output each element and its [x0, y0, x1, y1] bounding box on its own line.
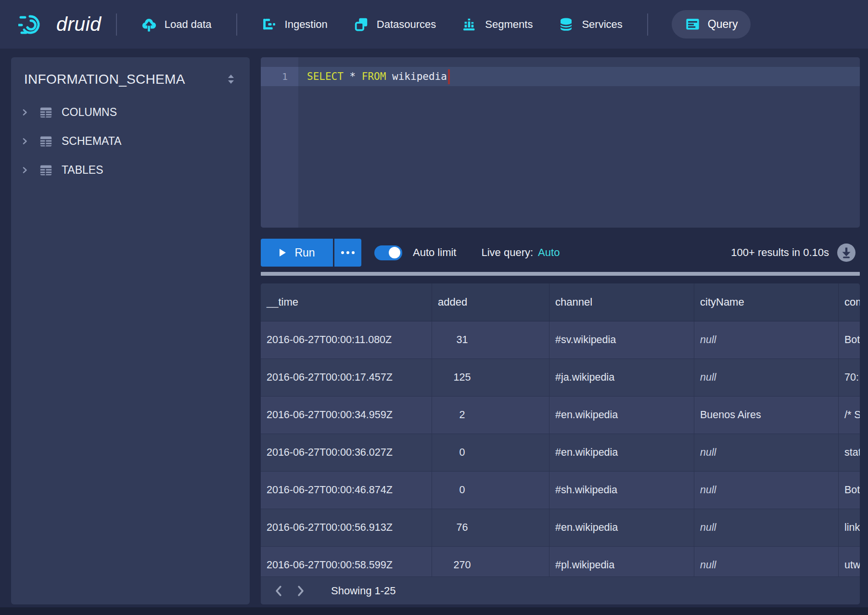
results-body: 2016-06-27T00:00:11.080Z 31 #sv.wikipedi… [261, 321, 860, 584]
cell-time[interactable]: 2016-06-27T00:00:46.874Z [261, 472, 432, 509]
schema-explorer-panel: INFORMATION_SCHEMA [11, 57, 250, 604]
cell-cityname[interactable]: null [694, 472, 839, 509]
cell-added[interactable]: 2 [432, 397, 549, 434]
navbar-divider [236, 13, 237, 36]
cell-time[interactable]: 2016-06-27T00:00:17.457Z [261, 359, 432, 396]
schema-title: INFORMATION_SCHEMA [24, 72, 185, 87]
table-row: 2016-06-27T00:00:34.959Z 2 #en.wikipedia… [261, 397, 860, 434]
double-caret-vertical-icon[interactable] [227, 74, 235, 85]
cell-time[interactable]: 2016-06-27T00:00:56.913Z [261, 509, 432, 546]
auto-limit-label: Auto limit [413, 246, 456, 259]
chevron-right-icon[interactable] [290, 580, 312, 602]
cell-time[interactable]: 2016-06-27T00:00:11.080Z [261, 321, 432, 359]
cell-comment[interactable]: Bot [839, 321, 860, 359]
cell-cityname[interactable]: null [694, 434, 839, 471]
cell-channel[interactable]: #en.wikipedia [549, 434, 694, 471]
run-button[interactable]: Run [261, 239, 333, 267]
pagination-status: Showing 1-25 [331, 585, 396, 597]
cell-comment[interactable]: link [839, 509, 860, 546]
nav-item-label: Ingestion [285, 18, 328, 31]
nav-item-segments[interactable]: Segments [449, 0, 546, 49]
nav-item-ingestion[interactable]: Ingestion [249, 0, 341, 49]
cell-channel[interactable]: #sh.wikipedia [549, 472, 694, 509]
cell-channel[interactable]: #ja.wikipedia [549, 359, 694, 396]
sql-editor[interactable]: 1 SELECT * FROM wikipedia [261, 57, 860, 228]
cell-cityname[interactable]: null [694, 321, 839, 359]
column-header-channel[interactable]: channel [549, 283, 694, 321]
table-row: 2016-06-27T00:00:11.080Z 31 #sv.wikipedi… [261, 321, 860, 359]
layers-icon [354, 17, 369, 32]
auto-limit-toggle[interactable] [374, 245, 402, 260]
table-row: 2016-06-27T00:00:56.913Z 76 #en.wikipedi… [261, 509, 860, 547]
nav-item-label: Load data [165, 18, 212, 31]
nav-item-datasources[interactable]: Datasources [341, 0, 449, 49]
run-more-button[interactable] [334, 239, 361, 267]
sql-keyword: SELECT [307, 71, 344, 82]
cell-channel[interactable]: #en.wikipedia [549, 397, 694, 434]
console-icon [685, 16, 701, 32]
bottom-strip [0, 607, 868, 615]
text-cursor [448, 69, 450, 84]
column-header-comment[interactable]: comment [839, 283, 860, 321]
results-header-row: __time added channel cityName comment [261, 283, 860, 321]
column-header-added[interactable]: added [432, 283, 549, 321]
sidebar-item-label: TABLES [62, 164, 103, 177]
cell-added[interactable]: 0 [432, 434, 549, 471]
column-header-time[interactable]: __time [261, 283, 432, 321]
sql-keyword: FROM [362, 71, 386, 82]
cell-time[interactable]: 2016-06-27T00:00:36.027Z [261, 434, 432, 471]
sql-star: * [350, 71, 356, 82]
run-button-label: Run [294, 246, 315, 259]
chevron-right-icon [21, 137, 29, 145]
sidebar-item-schemata[interactable]: SCHEMATA [11, 127, 250, 155]
cell-added[interactable]: 125 [432, 359, 549, 396]
chevron-right-icon [21, 108, 29, 116]
table-row: 2016-06-27T00:00:17.457Z 125 #ja.wikiped… [261, 359, 860, 397]
schema-explorer-header: INFORMATION_SCHEMA [11, 57, 250, 87]
cell-channel[interactable]: #en.wikipedia [549, 509, 694, 546]
cell-cityname[interactable]: null [694, 509, 839, 546]
sidebar-item-tables[interactable]: TABLES [11, 155, 250, 184]
cell-cityname[interactable]: null [694, 359, 839, 396]
run-toolbar: Run Auto limit Live query: Auto 100+ res… [261, 239, 860, 267]
nav-item-label: Datasources [377, 18, 436, 31]
line-number: 1 [261, 67, 298, 86]
nav-item-query-active[interactable]: Query [672, 10, 751, 38]
sidebar-item-columns[interactable]: COLUMNS [11, 98, 250, 127]
cell-time[interactable]: 2016-06-27T00:00:34.959Z [261, 397, 432, 434]
sidebar-item-label: SCHEMATA [62, 135, 121, 148]
nav-item-load-data[interactable]: Load data [128, 0, 225, 49]
brand-name: druid [56, 13, 104, 36]
cloud-upload-icon [141, 17, 156, 32]
cell-channel[interactable]: #sv.wikipedia [549, 321, 694, 359]
cell-added[interactable]: 76 [432, 509, 549, 546]
panel-resize-handle[interactable] [261, 272, 860, 276]
cell-comment[interactable]: stat [839, 434, 860, 471]
table-icon [38, 134, 53, 149]
more-dots-icon [341, 251, 355, 254]
table-icon [38, 163, 53, 178]
cell-comment[interactable]: /* S [839, 397, 860, 434]
cell-comment[interactable]: 70: [839, 359, 859, 396]
toggle-knob [389, 247, 400, 258]
cell-cityname[interactable]: Buenos Aires [694, 397, 839, 434]
nav-item-services[interactable]: Services [546, 0, 635, 49]
live-query-label: Live query: [481, 246, 533, 259]
nav-item-label: Query [708, 18, 738, 31]
live-query-value[interactable]: Auto [538, 246, 560, 259]
sql-code-line[interactable]: SELECT * FROM wikipedia [298, 67, 860, 86]
sql-table-ref: wikipedia [392, 71, 447, 82]
cell-comment[interactable]: Bot [839, 472, 860, 509]
nav-item-label: Segments [485, 18, 533, 31]
table-icon [38, 105, 53, 120]
druid-logo[interactable]: druid [18, 13, 104, 36]
chevron-left-icon[interactable] [268, 580, 290, 602]
cell-added[interactable]: 31 [432, 321, 549, 359]
main-content: INFORMATION_SCHEMA [11, 57, 860, 604]
cell-added[interactable]: 0 [432, 472, 549, 509]
pagination-bar: Showing 1-25 [261, 577, 860, 604]
query-workspace: 1 SELECT * FROM wikipedia Run Auto limit… [261, 57, 860, 604]
download-icon[interactable] [837, 243, 856, 262]
column-header-cityname[interactable]: cityName [694, 283, 839, 321]
database-icon [559, 17, 574, 32]
